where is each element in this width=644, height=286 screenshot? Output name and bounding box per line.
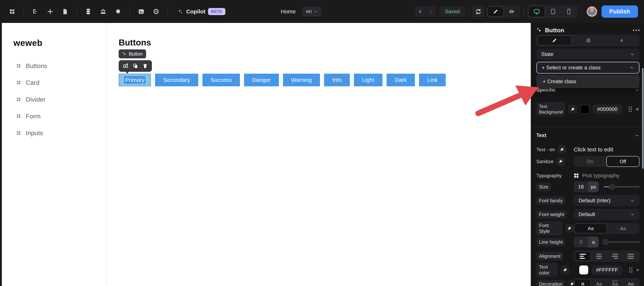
text-background-row: Text Background #000000 <box>536 102 640 117</box>
duplicate-button[interactable] <box>132 63 138 69</box>
remove-icon[interactable] <box>635 107 640 112</box>
publish-button[interactable]: Publish <box>602 5 638 18</box>
desktop-breakpoint-tab[interactable] <box>528 6 545 17</box>
current-page-name[interactable]: Home <box>281 8 296 15</box>
decoration-strikethrough-option[interactable]: Aa <box>623 279 639 286</box>
undo-button[interactable] <box>416 6 425 17</box>
font-style-normal-option[interactable]: Aa <box>574 224 607 233</box>
sync-button[interactable] <box>472 5 484 17</box>
success-button[interactable]: Success <box>202 74 240 86</box>
locale-selector[interactable]: en <box>302 6 322 16</box>
state-label: State <box>541 51 553 57</box>
line-height-unit-selector[interactable]: a <box>588 237 599 247</box>
primary-button[interactable]: Primary <box>119 74 151 86</box>
dark-button[interactable]: Dark <box>386 74 415 86</box>
toolbar-separator <box>168 7 168 16</box>
copilot-button[interactable]: Copilot BETA <box>177 8 225 15</box>
state-selector[interactable]: State <box>536 49 640 60</box>
dev-terminal-icon[interactable] <box>136 7 146 16</box>
sanitize-on-option[interactable]: On <box>574 156 606 167</box>
bind-plug-button[interactable] <box>565 224 574 233</box>
class-selector[interactable]: + Select or create a class <box>536 62 640 74</box>
trash-icon <box>142 63 148 69</box>
delete-button[interactable] <box>142 63 148 69</box>
text-color-hex-value[interactable]: #FFFFFF <box>592 265 622 275</box>
tab-settings[interactable] <box>572 35 605 45</box>
align-left-option[interactable] <box>574 251 591 261</box>
add-to-library-button[interactable] <box>122 63 128 69</box>
remove-icon[interactable] <box>636 268 640 273</box>
drag-handle-icon[interactable] <box>629 267 632 273</box>
background-hex-value[interactable]: #000000 <box>593 104 622 114</box>
navigator-tree-icon[interactable] <box>30 7 40 16</box>
data-sources-icon[interactable] <box>84 7 93 16</box>
sanitize-label: Sanitize <box>536 159 554 164</box>
pencil-icon <box>552 38 557 43</box>
align-right-option[interactable] <box>607 251 623 261</box>
panel-scrollbar[interactable] <box>642 68 644 169</box>
size-slider-knob[interactable] <box>609 184 615 190</box>
align-center-option[interactable] <box>591 251 607 261</box>
text-edit-hint[interactable]: Click text to edit <box>574 146 613 153</box>
danger-button[interactable]: Danger <box>244 74 279 86</box>
size-slider[interactable] <box>604 186 640 187</box>
background-color-swatch[interactable] <box>580 105 589 114</box>
page-sections-sidebar: weweb Buttons Card Divider Form Inputs <box>2 23 107 286</box>
sidebar-item-form[interactable]: Form <box>2 111 106 121</box>
line-height-slider[interactable] <box>604 242 640 243</box>
light-button[interactable]: Light <box>354 74 382 86</box>
bind-plug-button[interactable] <box>568 105 577 114</box>
plugins-icon[interactable] <box>114 7 123 16</box>
toolbar-separator <box>130 7 130 16</box>
preview-mode-tab[interactable] <box>504 6 519 17</box>
user-avatar[interactable] <box>586 6 597 17</box>
secondary-button[interactable]: Secondary <box>155 74 198 86</box>
users-icon[interactable] <box>98 7 108 16</box>
font-weight-label: Font weight <box>536 210 566 219</box>
pick-typography-button[interactable]: Pick typography <box>574 173 619 179</box>
sanitize-off-option[interactable]: Off <box>606 156 640 167</box>
align-justify-option[interactable] <box>623 251 639 261</box>
element-settings-panel: Button State + Select or create a class … <box>531 23 644 286</box>
typography-row: Typography Pick typography <box>536 171 640 180</box>
info-button[interactable]: Info <box>324 74 350 86</box>
sidebar-item-buttons[interactable]: Buttons <box>2 61 106 71</box>
decoration-overline-option[interactable]: Aa <box>607 279 623 286</box>
sidebar-item-card[interactable]: Card <box>2 78 106 88</box>
create-class-option[interactable]: + Create class <box>536 75 640 88</box>
text-color-swatch[interactable] <box>579 266 588 275</box>
decoration-underline-option[interactable]: Aa <box>591 279 607 286</box>
bind-plug-button[interactable] <box>561 266 570 274</box>
alignment-row: Alignment <box>536 250 640 262</box>
bind-plug-button[interactable] <box>556 157 565 166</box>
font-style-italic-option[interactable]: Aa <box>607 224 639 233</box>
decoration-toggle: Aa Aa Aa <box>574 278 640 286</box>
font-family-select[interactable]: Default (Inter) <box>574 195 640 206</box>
sidebar-item-label: Buttons <box>26 62 47 69</box>
tab-workflows[interactable] <box>605 35 638 45</box>
settings-gear-icon[interactable]: ⚙ <box>152 7 161 16</box>
sidebar-item-inputs[interactable]: Inputs <box>2 128 106 138</box>
drag-handle-icon[interactable] <box>629 107 632 112</box>
size-value-input[interactable]: 16 <box>574 181 588 192</box>
bind-plug-button[interactable] <box>558 145 566 154</box>
warning-button[interactable]: Warning <box>283 74 320 86</box>
size-unit-selector[interactable]: px <box>588 181 599 192</box>
mobile-breakpoint-tab[interactable] <box>561 6 577 17</box>
font-weight-select[interactable]: Default <box>574 209 640 220</box>
pages-icon[interactable] <box>60 7 70 16</box>
line-height-slider-knob[interactable] <box>602 239 608 245</box>
decoration-none-option[interactable] <box>574 279 591 286</box>
link-button[interactable]: Link <box>419 74 446 86</box>
edit-mode-tab[interactable] <box>488 6 504 17</box>
redo-button[interactable] <box>426 6 436 17</box>
tab-styles[interactable] <box>537 35 572 45</box>
apps-grid-icon[interactable] <box>8 7 17 16</box>
tablet-breakpoint-tab[interactable] <box>545 6 561 17</box>
text-section-header[interactable]: Text <box>536 133 640 138</box>
beta-badge: BETA <box>208 8 225 15</box>
line-height-value-input[interactable]: 0 <box>574 237 588 247</box>
sidebar-item-divider[interactable]: Divider <box>2 94 106 104</box>
more-options-icon[interactable] <box>633 30 640 31</box>
add-element-icon[interactable] <box>46 7 55 16</box>
